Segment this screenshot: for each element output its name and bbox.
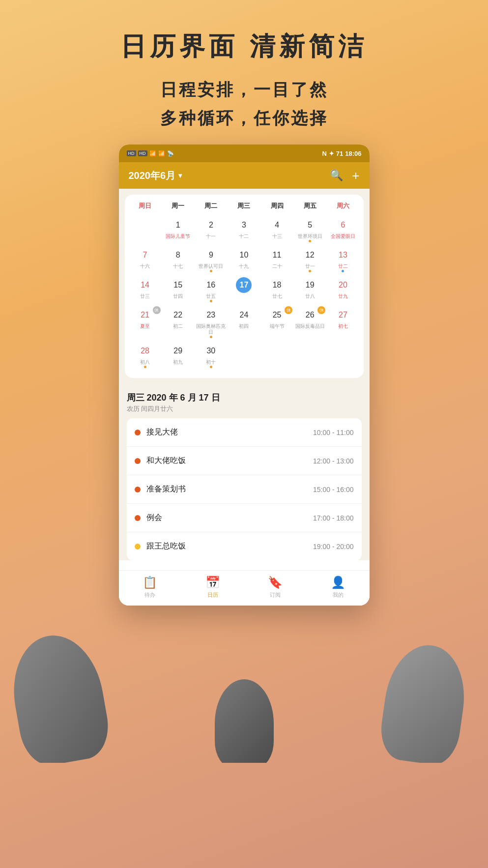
day-9[interactable]: 9 世界认可日: [195, 245, 228, 275]
day-18[interactable]: 18 廿七: [260, 275, 293, 305]
nav-subscribe-label: 订阅: [270, 591, 281, 599]
week-1: 1 国际儿童节 2 十一 3 十二 4 十三: [129, 215, 360, 245]
dot-16: [210, 300, 212, 302]
weekday-wed: 周三: [228, 200, 260, 212]
nav-calendar[interactable]: 📅 日历: [205, 576, 220, 599]
battery-icon: 71: [336, 150, 343, 157]
day-24[interactable]: 24 初四: [228, 305, 260, 341]
schedule-item[interactable]: 和大佬吃饭 12:00 - 13:00: [127, 447, 362, 475]
holiday-badge-26: 休: [317, 306, 325, 314]
nav-profile[interactable]: 👤 我的: [331, 576, 345, 599]
signal-icon: 📶: [149, 150, 156, 157]
day-19[interactable]: 19 廿八: [293, 275, 326, 305]
schedule-dot: [135, 515, 141, 521]
todo-icon: 📋: [143, 576, 157, 589]
add-event-icon[interactable]: +: [352, 168, 359, 183]
nav-subscribe[interactable]: 🔖 订阅: [268, 576, 283, 599]
schedule-item-left: 准备策划书: [135, 484, 186, 494]
sub-title-1: 日程安排，一目了然: [0, 79, 488, 101]
day-28[interactable]: 28 初八: [129, 341, 162, 371]
day-29[interactable]: 29 初九: [162, 341, 195, 371]
subscribe-icon: 🔖: [268, 576, 283, 589]
weekday-mon: 周一: [162, 200, 195, 212]
day-30[interactable]: 30 初十: [195, 341, 228, 371]
day-2[interactable]: 2 十一: [195, 215, 228, 245]
day-26[interactable]: 26 国际反毒品日 休: [293, 305, 326, 341]
schedule-title: 跟王总吃饭: [146, 541, 186, 551]
day-3[interactable]: 3 十二: [228, 215, 260, 245]
day-17-today[interactable]: 17: [228, 275, 260, 305]
header-icons: 🔍 +: [330, 168, 359, 183]
day-21[interactable]: 21 夏至 休: [129, 305, 162, 341]
schedule-time: 15:00 - 16:00: [313, 486, 354, 493]
status-bar: HD HD 📶 📶 📡 N ✦ 71 18:06: [119, 145, 370, 162]
calendar-container: 周日 周一 周二 周三 周四 周五 周六 1 国际儿童节 2: [119, 189, 370, 384]
day-25[interactable]: 25 端午节 休: [260, 305, 293, 341]
day-11[interactable]: 11 二十: [260, 245, 293, 275]
day-23[interactable]: 23 国际奥林匹克日: [195, 305, 228, 341]
schedule-title: 准备策划书: [146, 484, 186, 494]
page-container: 日历界面 清新简洁 日程安排，一目了然 多种循环，任你选择 HD HD 📶 📶 …: [0, 0, 488, 763]
time-display: 18:06: [345, 150, 361, 157]
schedule-item[interactable]: 准备策划书 15:00 - 16:00: [127, 475, 362, 504]
schedule-date-header: 周三 2020 年 6 月 17 日 农历 闰四月廿六: [127, 392, 362, 413]
dot-30: [210, 366, 212, 368]
schedule-lunar: 农历 闰四月廿六: [127, 405, 362, 413]
holiday-badge-21: 休: [153, 306, 161, 314]
day-6[interactable]: 6 全国爱眼日: [326, 215, 359, 245]
phone-mockup: HD HD 📶 📶 📡 N ✦ 71 18:06 2020年6月 ▾ 🔍 +: [119, 145, 370, 606]
weekday-sat: 周六: [326, 200, 359, 212]
profile-icon: 👤: [331, 576, 345, 589]
weekday-tue: 周二: [195, 200, 228, 212]
day-14[interactable]: 14 廿三: [129, 275, 162, 305]
month-text: 2020年6月: [129, 169, 176, 182]
month-title[interactable]: 2020年6月 ▾: [129, 169, 182, 182]
day-22[interactable]: 22 初二: [162, 305, 195, 341]
schedule-item-left: 跟王总吃饭: [135, 541, 186, 551]
day-1[interactable]: 1 国际儿童节: [162, 215, 195, 245]
stone-left: [4, 628, 114, 763]
day-20[interactable]: 20 廿九: [326, 275, 359, 305]
dot-23: [210, 336, 212, 338]
weekday-row: 周日 周一 周二 周三 周四 周五 周六: [129, 200, 360, 212]
schedule-item[interactable]: 跟王总吃饭 19:00 - 20:00: [127, 532, 362, 560]
schedule-item-left: 和大佬吃饭: [135, 456, 186, 466]
header-section: 日历界面 清新简洁 日程安排，一目了然 多种循环，任你选择: [0, 0, 488, 145]
day-27[interactable]: 27 初七: [326, 305, 359, 341]
week-5: 28 初八 29 初九 30 初十: [129, 341, 360, 371]
day-8[interactable]: 8 十七: [162, 245, 195, 275]
schedule-item[interactable]: 接见大佬 10:00 - 11:00: [127, 418, 362, 447]
dot-28: [144, 366, 146, 368]
weekday-sun: 周日: [129, 200, 162, 212]
schedule-time: 19:00 - 20:00: [313, 543, 354, 550]
day-7[interactable]: 7 十六: [129, 245, 162, 275]
schedule-item-left: 接见大佬: [135, 427, 178, 437]
weekday-fri: 周五: [293, 200, 326, 212]
day-empty2: [228, 341, 260, 371]
nav-todo[interactable]: 📋 待办: [143, 576, 157, 599]
day-15[interactable]: 15 廿四: [162, 275, 195, 305]
dot-5: [309, 240, 311, 242]
schedule-dot: [135, 544, 141, 550]
status-right: N ✦ 71 18:06: [322, 150, 361, 157]
day-16[interactable]: 16 廿五: [195, 275, 228, 305]
app-header: 2020年6月 ▾ 🔍 +: [119, 162, 370, 189]
day-4[interactable]: 4 十三: [260, 215, 293, 245]
holiday-badge-25: 休: [285, 306, 292, 314]
day-10[interactable]: 10 十九: [228, 245, 260, 275]
day-13[interactable]: 13 廿二: [326, 245, 359, 275]
calendar-card: 周日 周一 周二 周三 周四 周五 周六 1 国际儿童节 2: [125, 195, 364, 378]
day-12[interactable]: 12 廿一: [293, 245, 326, 275]
signal-icon2: 📶: [158, 150, 165, 157]
schedule-title: 例会: [146, 513, 162, 523]
search-icon[interactable]: 🔍: [330, 169, 343, 182]
day-5[interactable]: 5 世界环境日: [293, 215, 326, 245]
nav-todo-label: 待办: [144, 591, 155, 599]
schedule-item[interactable]: 例会 17:00 - 18:00: [127, 504, 362, 532]
dot-9: [210, 270, 212, 272]
bluetooth-icon: ✦: [329, 150, 334, 157]
day-empty3: [260, 341, 293, 371]
schedule-time: 12:00 - 13:00: [313, 457, 354, 465]
sub-title-2: 多种循环，任你选择: [0, 107, 488, 130]
dot-12: [309, 270, 311, 272]
